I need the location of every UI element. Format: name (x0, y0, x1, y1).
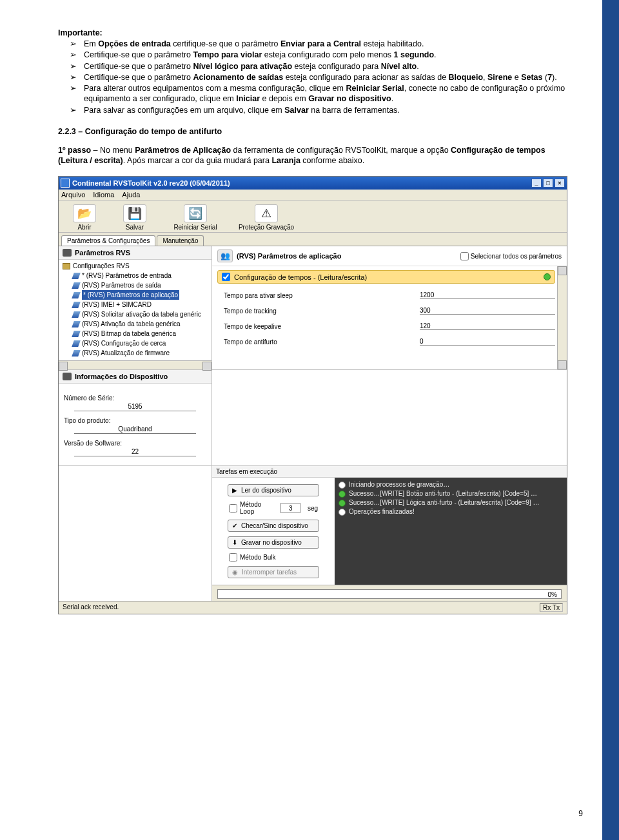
protecao-button[interactable]: ⚠Proteção Gravação (234, 203, 299, 232)
param-value[interactable]: 0 (420, 338, 555, 346)
left-panel-title: Parâmetros RVS (75, 249, 130, 257)
config-tree[interactable]: Configurações RVS* (RVS) Parâmetros de e… (59, 260, 211, 360)
param-value[interactable]: 1200 (420, 291, 555, 299)
loop-checkbox[interactable] (229, 504, 237, 513)
menu-idioma[interactable]: Idioma (93, 191, 114, 199)
page-number: 9 (0, 809, 583, 818)
tree-item-6[interactable]: (RVS) Bitmap da tabela genérica (63, 329, 210, 338)
params-vscroll[interactable] (557, 266, 567, 369)
serial-value: 5195 (74, 403, 196, 411)
diamond-icon (63, 249, 72, 257)
bullet-text: Certifique-se que o parâmetro Tempo para… (84, 50, 574, 60)
window-title: Continental RVSToolKit v2.0 rev20 (05/04… (72, 179, 230, 187)
interrupt-button[interactable]: ◉Interromper tarefas (228, 566, 319, 578)
bulk-method-row[interactable]: Método Bulk (228, 553, 319, 562)
read-device-button[interactable]: ▶Ler do dispositivo (228, 484, 319, 496)
reiniciar-button[interactable]: 🔄Reiniciar Serial (163, 203, 228, 232)
minimize-button[interactable]: _ (531, 179, 542, 188)
tree-item-5[interactable]: (RVS) Ativação da tabela genérica (63, 319, 210, 329)
info-icon (339, 482, 346, 489)
page-content: Importante: ➢Em Opções de entrada certif… (0, 0, 619, 640)
menu-arquivo[interactable]: Arquivo (61, 191, 85, 199)
task-log: Iniciando processos de gravação…Sucesso…… (335, 478, 567, 585)
folder-icon (63, 263, 70, 269)
tree-item-7[interactable]: (RVS) Configuração de cerca (63, 338, 210, 348)
select-all-checkbox[interactable]: Selecionar todos os parâmetros (460, 252, 562, 260)
param-value[interactable]: 120 (420, 322, 555, 330)
tasks-header: Tarefas em execução (212, 466, 567, 478)
param-row-0[interactable]: Tempo para ativar sleep1200 (224, 288, 555, 303)
loop-method-row[interactable]: Método Loop 3 seg (228, 501, 319, 515)
log-line-0: Iniciando processos de gravação… (339, 480, 563, 489)
salvar-icon: 💾 (123, 204, 146, 222)
product-type-label: Tipo do produto: (64, 417, 206, 424)
param-label: Tempo de antifurto (224, 338, 420, 346)
tree-item-2[interactable]: * (RVS) Parâmetros de aplicação (63, 290, 210, 300)
important-bullets: ➢Em Opções de entrada certifique-se que … (70, 39, 574, 115)
tree-item-4[interactable]: (RVS) Solicitar ativação da tabela genér… (63, 309, 210, 319)
bulk-checkbox[interactable] (229, 553, 237, 562)
bullet-text: Certifique-se que o parâmetro Acionament… (84, 72, 574, 83)
bullet-arrow-icon: ➢ (70, 39, 84, 49)
left-column: Parâmetros RVS Configurações RVS* (RVS) … (59, 246, 212, 465)
sw-version-value: 22 (74, 448, 196, 456)
tree-item-0[interactable]: * (RVS) Parâmetros de entrada (63, 271, 210, 280)
menu-ajuda[interactable]: Ajuda (122, 191, 140, 199)
passo-paragraph: 1º passo – No menu Parâmetros de Aplicaç… (58, 145, 574, 166)
bullet-arrow-icon: ➢ (70, 83, 84, 93)
pen-icon (72, 302, 81, 308)
status-text: Serial ack received. (63, 603, 119, 612)
task-buttons: ▶Ler do dispositivo Método Loop 3 seg ✔C… (212, 478, 335, 585)
right-header: 👥 (RVS) Parâmetros de aplicação Selecion… (212, 246, 567, 266)
app-params-icon: 👥 (217, 249, 233, 262)
device-info-title: Informações do Dispositivo (75, 373, 168, 380)
param-row-3[interactable]: Tempo de antifurto0 (224, 334, 555, 349)
tree-item-1[interactable]: (RVS) Parâmetros de saída (63, 280, 210, 290)
rxtx-indicator: Rx Tx (540, 603, 563, 612)
tab-strip: Parâmetros & ConfiguraçõesManutenção (59, 233, 567, 246)
abrir-button[interactable]: 📂Abrir (63, 203, 106, 232)
param-row-1[interactable]: Tempo de tracking300 (224, 303, 555, 318)
loop-spinner[interactable]: 3 (280, 503, 300, 513)
progress-bar: 0% (217, 589, 562, 599)
salvar-button[interactable]: 💾Salvar (113, 203, 157, 232)
check-sync-button[interactable]: ✔Checar/Sinc dispositivo (228, 520, 319, 532)
tree-root[interactable]: Configurações RVS (63, 261, 210, 271)
select-all-label: Selecionar todos os parâmetros (471, 253, 562, 260)
stop-icon: ◉ (232, 569, 238, 576)
play-icon: ▶ (232, 487, 237, 494)
bullet-arrow-icon: ➢ (70, 61, 84, 72)
tree-hscroll[interactable] (59, 360, 211, 369)
left-panel-header: Parâmetros RVS (59, 246, 211, 260)
bullet-text: Para alterar outros equipamentos com a m… (84, 83, 574, 104)
tab-0[interactable]: Parâmetros & Configurações (61, 235, 155, 246)
param-row-2[interactable]: Tempo de keepalive120 (224, 318, 555, 334)
tree-item-8[interactable]: (RVS) Atualização de firmware (63, 348, 210, 358)
bullet-arrow-icon: ➢ (70, 72, 84, 83)
param-value[interactable]: 300 (420, 307, 555, 315)
tree-item-3[interactable]: (RVS) IMEI + SIMCARD (63, 300, 210, 309)
write-device-button[interactable]: ⬇Gravar no dispositivo (228, 536, 319, 549)
bullet-arrow-icon: ➢ (70, 50, 84, 60)
group-checkbox[interactable] (222, 273, 230, 281)
device-info-header: Informações do Dispositivo (59, 370, 211, 384)
pen-icon (72, 331, 81, 337)
tab-1[interactable]: Manutenção (157, 235, 204, 246)
app-icon (61, 179, 70, 188)
pen-icon (72, 340, 81, 347)
pen-icon (72, 321, 81, 327)
log-line-3: Operações finalizadas! (339, 507, 563, 516)
important-heading: Importante: (58, 28, 574, 37)
device-info-panel: Informações do Dispositivo Número de Sér… (59, 369, 211, 465)
right-column: 👥 (RVS) Parâmetros de aplicação Selecion… (212, 246, 567, 465)
group-header[interactable]: Configuração de tempos - (Leitura/escrit… (217, 270, 555, 284)
info-icon (339, 509, 346, 516)
close-button[interactable]: × (555, 179, 565, 188)
maximize-button[interactable]: □ (543, 179, 553, 188)
pen-icon (72, 350, 81, 357)
section-heading: 2.2.3 – Configuração do tempo de antifur… (58, 127, 574, 136)
toolbar: 📂Abrir💾Salvar🔄Reiniciar Serial⚠Proteção … (59, 200, 567, 233)
select-all-input[interactable] (460, 252, 469, 260)
bullet-text: Para salvar as configurações em um arqui… (84, 105, 574, 115)
group-label: Configuração de tempos - (Leitura/escrit… (234, 273, 367, 281)
